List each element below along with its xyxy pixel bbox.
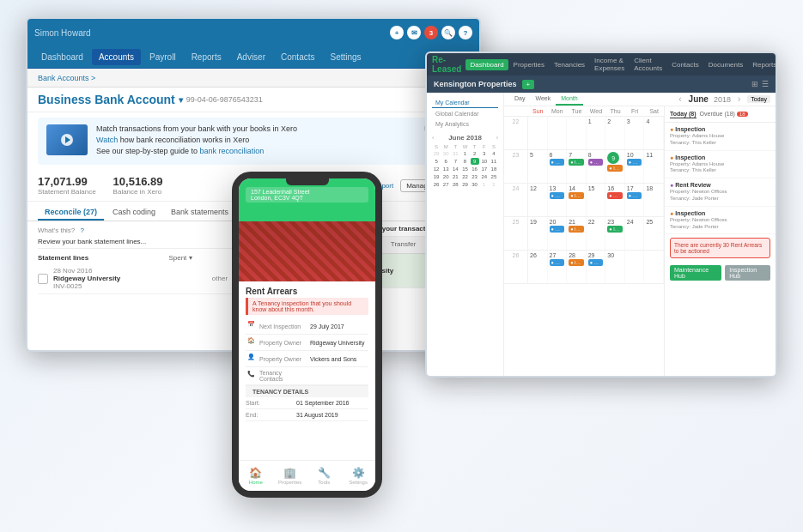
tab-my-calendar[interactable]: My Calendar: [432, 98, 498, 108]
properties-icon: 🏢: [283, 467, 296, 479]
phone-nav-settings[interactable]: ⚙️ Settings: [341, 467, 375, 485]
nav-contacts[interactable]: Contacts: [274, 49, 321, 65]
col-spent[interactable]: Spent ▾: [168, 254, 220, 262]
event-maintenance-3[interactable]: ● Maintenance: [550, 192, 565, 199]
event-maintenance-5[interactable]: ● Maintenance: [550, 226, 565, 233]
event-maintenance-2[interactable]: ● Maintenance: [627, 159, 642, 166]
watch-link[interactable]: Watch: [96, 136, 118, 144]
event-maintenance-4[interactable]: ● Maintenance: [627, 192, 642, 199]
maintenance-hub-btn[interactable]: Maintenance Hub: [670, 265, 721, 281]
nav-accounts[interactable]: Accounts: [92, 49, 141, 65]
nav-settings[interactable]: Settings: [323, 49, 368, 65]
tenancy-details-header: TENANCY DETAILS: [246, 385, 368, 397]
sidebar-item-4[interactable]: ● Inspection Property: Newton Offices Te…: [665, 207, 776, 235]
week-row-3: 24 12 13 ● Maintenance 14 ● Inspection: [504, 184, 664, 217]
week-row-5: 26 26 27 ● Maintenance 28 ● Inspection: [504, 251, 664, 284]
event-inspection-3[interactable]: ● Inspection: [569, 192, 584, 199]
event-arrears-1[interactable]: ● Arrears: [607, 192, 623, 199]
event-maintenance-1[interactable]: ● Maintenance: [550, 159, 565, 166]
calendar-screen: Re-Leased Dashboard Properties Tenancies…: [425, 51, 777, 378]
rl-nav-client[interactable]: Client Accounts: [630, 55, 666, 74]
home-icon: 🏠: [249, 467, 262, 479]
next-month-btn[interactable]: ›: [496, 135, 498, 141]
rl-subheader: Kensington Properties + ⊞ ☰: [427, 76, 776, 93]
prev-month-btn[interactable]: ‹: [432, 135, 434, 141]
event-inspection-4[interactable]: ● Inspection: [569, 226, 584, 233]
tab-month[interactable]: Month: [556, 93, 582, 106]
video-thumbnail[interactable]: [46, 124, 88, 155]
mini-cal-days: S M T W T F S 29 30 31 1 2 3 4: [432, 144, 498, 188]
event-maintenance-6[interactable]: ● Maintenance: [550, 259, 565, 266]
rl-nav-documents[interactable]: Documents: [704, 59, 747, 70]
cal-grid: Sun Mon Tue Wed Thu Fri Sat 22: [504, 106, 664, 378]
phone-nav-tools[interactable]: 🔧 Tools: [307, 467, 342, 485]
sidebar-tab-today[interactable]: Today (8): [670, 110, 697, 118]
phone-nav-properties[interactable]: 🏢 Properties: [273, 467, 307, 485]
prev-month-large[interactable]: ‹: [675, 94, 684, 104]
search-icon[interactable]: 🔍: [441, 26, 455, 39]
nav-adviser[interactable]: Adviser: [230, 49, 272, 65]
list-icon[interactable]: ☰: [762, 80, 769, 88]
rl-left-panel: My Calendar Global Calendar My Analytics…: [427, 93, 504, 378]
watch-link-text: Watch how bank reconciliation works in X…: [96, 136, 416, 144]
day-headers-row: Sun Mon Tue Wed Thu Fri Sat: [504, 106, 664, 117]
page-header: Business Bank Account ▾ 99-04-06-9876543…: [27, 88, 479, 112]
sidebar-item-3[interactable]: ● Rent Review Property: Newton Offices T…: [665, 178, 776, 207]
sidebar-tab-overdue[interactable]: Overdue (18) 18: [700, 110, 748, 118]
event-inspection-2[interactable]: ● Inspection: [607, 165, 623, 172]
help-icon[interactable]: ?: [459, 26, 472, 39]
sidebar-item-1[interactable]: ● Inspection Property: Adams House Tenan…: [665, 123, 776, 151]
whats-this-icon[interactable]: ?: [81, 227, 84, 234]
rl-add-button[interactable]: +: [522, 80, 535, 89]
tab-cash-coding[interactable]: Cash coding: [106, 205, 162, 221]
person-icon: 👤: [246, 354, 256, 364]
tab-week[interactable]: Week: [530, 93, 556, 106]
tab-day[interactable]: Day: [509, 93, 530, 106]
hub-buttons: Maintenance Hub Inspection Hub: [665, 262, 776, 284]
rl-nav-contacts[interactable]: Contacts: [667, 59, 703, 70]
rl-nav-tenancies[interactable]: Tenancies: [550, 59, 589, 70]
detail-property-owner-1: 🏠 Property Owner Ridgeway University: [246, 335, 368, 351]
tab-global-calendar[interactable]: Global Calendar: [432, 109, 498, 118]
mini-cal-month: June 2018: [448, 134, 482, 142]
play-button[interactable]: [61, 134, 73, 146]
grid-icon[interactable]: ⊞: [751, 80, 758, 88]
event-inspection-6[interactable]: ● Inspection: [569, 259, 584, 266]
tab-reconcile[interactable]: Reconcile (27): [38, 205, 104, 221]
phone-bottom-nav: 🏠 Home 🏢 Properties 🔧 Tools ⚙️ Settings: [239, 460, 375, 491]
event-maintenance-7[interactable]: ● Maintenance (3): [588, 259, 604, 266]
week-row-4: 25 19 20 ● Maintenance 21 ● Inspection: [504, 217, 664, 251]
tenancy-end: End: 31 August 2019: [246, 409, 368, 421]
phone-notch: [286, 178, 329, 185]
rl-nav-income[interactable]: Income & Expenses: [590, 55, 629, 74]
cal-view-tabs: Day Week Month: [509, 93, 675, 106]
rl-nav-properties[interactable]: Properties: [509, 59, 549, 70]
add-icon[interactable]: +: [390, 26, 404, 39]
guide-link[interactable]: bank reconciliation: [200, 147, 265, 155]
next-month-large[interactable]: ›: [734, 94, 744, 104]
tab-bank-statements[interactable]: Bank statements: [164, 205, 235, 221]
event-inspection-1[interactable]: ● Inspection 2019: [569, 159, 584, 166]
mini-calendar: ‹ June 2018 › S M T W T F S: [432, 134, 498, 188]
dropdown-arrow[interactable]: ▾: [179, 95, 183, 105]
event-inspection-5[interactable]: ● Inspection: [607, 226, 623, 233]
tab-my-analytics[interactable]: My Analytics: [432, 119, 498, 129]
nav-payroll[interactable]: Payroll: [143, 49, 183, 65]
today-button[interactable]: Today: [747, 95, 770, 103]
nav-dashboard[interactable]: Dashboard: [34, 49, 90, 65]
match-tab-transfer[interactable]: Transfer: [384, 237, 423, 253]
phone-nav-home[interactable]: 🏠 Home: [239, 467, 273, 485]
inspection-hub-btn[interactable]: Inspection Hub: [725, 265, 770, 281]
cal-grid-with-sidebar: Sun Mon Tue Wed Thu Fri Sat 22: [504, 106, 776, 378]
notification-icon[interactable]: 3: [424, 26, 438, 39]
nav-reports[interactable]: Reports: [185, 49, 228, 65]
mobile-phone: 157 Leadenhall Street London, EC3V 4QT R…: [232, 172, 382, 498]
info-text-block: Match transactions from your bank with y…: [96, 124, 416, 158]
event-rent-1[interactable]: ● Rental: [588, 159, 604, 166]
transaction-checkbox[interactable]: [38, 274, 48, 284]
rl-nav-reports[interactable]: Reports: [748, 59, 777, 70]
phone-address: 157 Leadenhall Street London, EC3V 4QT: [246, 187, 368, 203]
mail-icon[interactable]: ✉: [407, 26, 421, 39]
rl-nav-dashboard[interactable]: Dashboard: [465, 59, 508, 70]
sidebar-item-2[interactable]: ● Inspection Property: Adams House Tenan…: [665, 151, 776, 179]
